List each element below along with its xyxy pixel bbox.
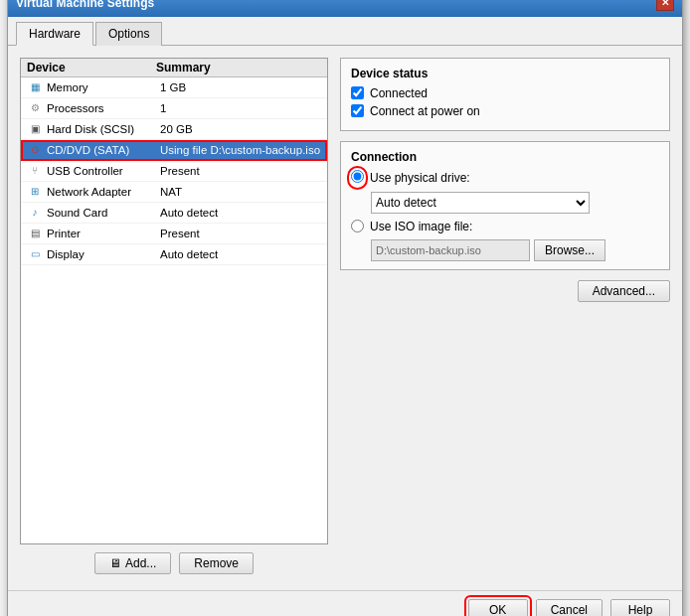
display-summary: Auto detect [160, 248, 321, 260]
left-panel: Device Summary ▦Memory1 GB⚙Processors1▣H… [20, 58, 328, 578]
device-rows-container: ▦Memory1 GB⚙Processors1▣Hard Disk (SCSI)… [21, 77, 327, 265]
add-icon: 🖥 [109, 556, 121, 570]
device-list: Device Summary ▦Memory1 GB⚙Processors1▣H… [20, 58, 328, 544]
advanced-button[interactable]: Advanced... [578, 280, 670, 302]
sound-icon: ♪ [27, 206, 43, 220]
hard-disk-icon: ▣ [27, 122, 43, 136]
processors-name: Processors [47, 102, 160, 114]
sound-summary: Auto detect [160, 207, 321, 219]
use-physical-radio-highlight [351, 170, 364, 186]
window-title: Virtual Machine Settings [16, 0, 154, 10]
processors-summary: 1 [160, 102, 321, 114]
device-row-usb[interactable]: ⑂USB ControllerPresent [21, 161, 327, 182]
device-row-sound[interactable]: ♪Sound CardAuto detect [21, 203, 327, 224]
col-device-header: Device [27, 61, 156, 75]
tab-options[interactable]: Options [95, 22, 162, 46]
network-icon: ⊞ [27, 185, 43, 199]
usb-summary: Present [160, 165, 321, 177]
use-physical-radio[interactable] [351, 170, 364, 183]
browse-button[interactable]: Browse... [534, 239, 605, 261]
device-row-hard-disk[interactable]: ▣Hard Disk (SCSI)20 GB [21, 119, 327, 140]
network-summary: NAT [160, 186, 321, 198]
cd-dvd-icon: ⊙ [27, 143, 43, 157]
footer-buttons: OK Cancel Help [8, 590, 682, 617]
memory-icon: ▦ [27, 80, 43, 94]
connected-checkbox[interactable] [351, 86, 364, 99]
memory-name: Memory [47, 81, 160, 93]
physical-drive-dropdown[interactable]: Auto detect [371, 192, 590, 214]
connection-section: Connection Use physical drive: Auto dete… [340, 141, 670, 270]
connection-title: Connection [351, 150, 659, 164]
advanced-row: Advanced... [340, 280, 670, 302]
usb-name: USB Controller [47, 165, 160, 177]
connected-label: Connected [370, 86, 428, 100]
sound-name: Sound Card [47, 207, 160, 219]
remove-button[interactable]: Remove [179, 552, 254, 574]
col-summary-header: Summary [156, 61, 321, 75]
device-row-cd-dvd[interactable]: ⊙CD/DVD (SATA)Using file D:\custom-backu… [21, 140, 327, 161]
device-row-display[interactable]: ▭DisplayAuto detect [21, 244, 327, 265]
processors-icon: ⚙ [27, 101, 43, 115]
connect-power-label: Connect at power on [370, 104, 480, 118]
add-label: Add... [125, 556, 156, 570]
use-iso-row: Use ISO image file: [351, 220, 659, 233]
connect-power-row: Connect at power on [351, 104, 659, 118]
title-bar: Virtual Machine Settings ✕ [8, 0, 682, 17]
cd-dvd-name: CD/DVD (SATA) [47, 144, 160, 156]
connect-power-checkbox[interactable] [351, 104, 364, 117]
hard-disk-summary: 20 GB [160, 123, 321, 135]
cancel-button[interactable]: Cancel [536, 599, 603, 617]
use-iso-label: Use ISO image file: [370, 220, 472, 233]
use-iso-radio[interactable] [351, 220, 364, 232]
network-name: Network Adapter [47, 186, 160, 198]
tab-hardware[interactable]: Hardware [16, 22, 93, 46]
device-status-section: Device status Connected Connect at power… [340, 58, 670, 131]
hard-disk-name: Hard Disk (SCSI) [47, 123, 160, 135]
iso-field-row: Browse... [371, 239, 659, 261]
close-button[interactable]: ✕ [656, 0, 674, 11]
bottom-buttons: 🖥 Add... Remove [20, 544, 328, 578]
device-status-title: Device status [351, 67, 659, 80]
printer-name: Printer [47, 228, 160, 239]
device-row-network[interactable]: ⊞Network AdapterNAT [21, 182, 327, 203]
connected-row: Connected [351, 86, 659, 100]
printer-summary: Present [160, 228, 321, 239]
iso-path-input[interactable] [371, 239, 530, 261]
memory-summary: 1 GB [160, 81, 321, 93]
help-button[interactable]: Help [610, 599, 670, 617]
physical-dropdown-row: Auto detect [371, 192, 659, 214]
tab-bar: Hardware Options [8, 17, 682, 46]
device-list-header: Device Summary [21, 59, 327, 77]
use-physical-label: Use physical drive: [370, 171, 470, 185]
device-row-printer[interactable]: ▤PrinterPresent [21, 224, 327, 244]
device-row-processors[interactable]: ⚙Processors1 [21, 98, 327, 119]
printer-icon: ▤ [27, 227, 43, 240]
main-window: Virtual Machine Settings ✕ Hardware Opti… [7, 0, 683, 616]
display-name: Display [47, 248, 160, 260]
main-content: Device Summary ▦Memory1 GB⚙Processors1▣H… [8, 46, 682, 590]
device-row-memory[interactable]: ▦Memory1 GB [21, 77, 327, 98]
use-physical-row: Use physical drive: [351, 170, 659, 186]
display-icon: ▭ [27, 247, 43, 261]
title-bar-buttons: ✕ [656, 0, 674, 11]
right-panel: Device status Connected Connect at power… [340, 58, 670, 578]
add-button[interactable]: 🖥 Add... [94, 552, 171, 574]
usb-icon: ⑂ [27, 164, 43, 178]
ok-button[interactable]: OK [468, 599, 528, 617]
cd-dvd-summary: Using file D:\custom-backup.iso [160, 144, 321, 156]
